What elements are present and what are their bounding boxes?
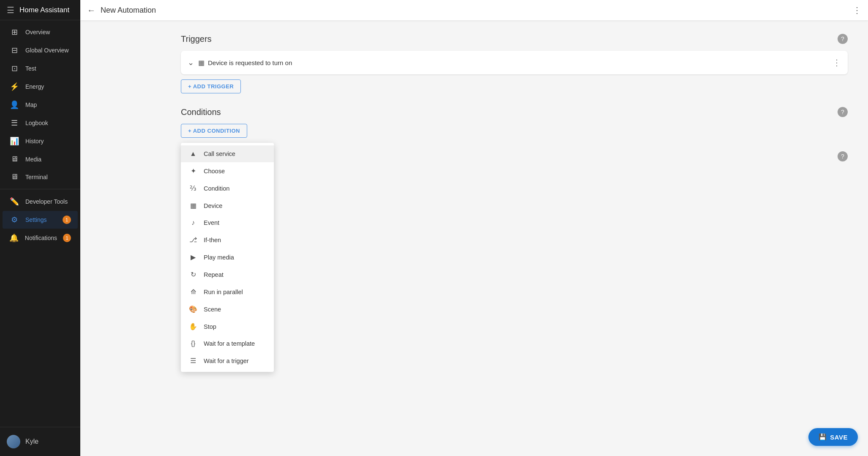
sidebar-item-overview[interactable]: ⊞ Overview [3,23,78,41]
dropdown-label-event: Event [204,219,219,226]
actions-header: Actions ? [181,151,848,161]
actions-help-icon[interactable]: ? [838,151,848,161]
dropdown-item-scene[interactable]: 🎨 Scene [181,300,274,318]
conditions-help-icon[interactable]: ? [838,107,848,117]
sidebar-label-overview: Overview [25,29,50,35]
sidebar-item-energy[interactable]: ⚡ Energy [3,78,78,96]
page-title: New Automation [101,6,853,15]
save-icon: 💾 [819,433,827,441]
back-button[interactable]: ← [87,5,96,15]
sidebar-item-media[interactable]: 🖥 Media [3,150,78,168]
sidebar: ☰ Home Assistant ⊞ Overview ⊟ Global Ove… [0,0,80,456]
dropdown-label-condition: Condition [204,185,229,192]
dropdown-label-choose: Choose [204,168,225,175]
sidebar-bottom: Kyle [0,427,80,456]
dropdown-icon-wait-for-trigger: ☰ [188,357,198,365]
sidebar-icon-developer-tools: ✏️ [9,197,19,206]
dropdown-item-repeat[interactable]: ↻ Repeat [181,266,274,283]
triggers-header: Triggers ? [181,34,848,44]
conditions-title: Conditions [181,107,221,117]
trigger-more-icon[interactable]: ⋮ [833,57,841,68]
dropdown-label-play-media: Play media [204,254,234,261]
sidebar-icon-media: 🖥 [9,155,19,164]
dropdown-icon-device: ▦ [188,202,198,210]
sidebar-item-test[interactable]: ⊡ Test [3,60,78,77]
sidebar-item-history[interactable]: 📊 History [3,132,78,150]
sidebar-icon-notifications: 🔔 [9,233,19,243]
dropdown-item-wait-for-template[interactable]: {} Wait for a template [181,335,274,352]
dropdown-label-if-then: If-then [204,237,221,243]
sidebar-item-global-overview[interactable]: ⊟ Global Overview [3,41,78,59]
dropdown-item-wait-for-trigger[interactable]: ☰ Wait for a trigger [181,352,274,369]
trigger-label: Device is requested to turn on [208,59,833,66]
sidebar-icon-overview: ⊞ [9,27,19,37]
dropdown-label-wait-for-trigger: Wait for a trigger [204,358,249,364]
dropdown-icon-choose: ✦ [188,167,198,175]
dropdown-item-stop[interactable]: ✋ Stop [181,318,274,335]
save-button[interactable]: 💾 SAVE [808,428,858,446]
sidebar-item-logbook[interactable]: ☰ Logbook [3,114,78,132]
dropdown-item-condition[interactable]: ⅔ Condition [181,180,274,197]
sidebar-label-settings: Settings [25,216,47,223]
sidebar-label-media: Media [25,156,41,163]
dropdown-icon-event: ♪ [188,219,198,227]
trigger-type-icon: ▦ [198,59,205,67]
triggers-section: Triggers ? ⌄ ▦ Device is requested to tu… [181,34,848,93]
topbar: ← New Automation ⋮ [80,0,868,20]
sidebar-item-map[interactable]: 👤 Map [3,96,78,114]
dropdown-icon-run-in-parallel: ⟰ [188,288,198,296]
triggers-help-icon[interactable]: ? [838,34,848,44]
sidebar-label-developer-tools: Developer Tools [25,198,68,205]
actions-section: Actions ? [181,151,848,161]
dropdown-item-choose[interactable]: ✦ Choose [181,162,274,180]
dropdown-item-event[interactable]: ♪ Event [181,214,274,231]
sidebar-icon-test: ⊡ [9,64,19,73]
add-trigger-button[interactable]: + ADD TRIGGER [181,79,241,93]
sidebar-icon-history: 📊 [9,137,19,146]
trigger-expand-icon[interactable]: ⌄ [188,58,194,67]
badge-notifications: 1 [63,234,71,242]
sidebar-header: ☰ Home Assistant [0,0,80,20]
dropdown-item-play-media[interactable]: ▶ Play media [181,248,274,266]
dropdown-label-device: Device [204,202,222,209]
conditions-header: Conditions ? [181,107,848,117]
dropdown-icon-stop: ✋ [188,322,198,330]
dropdown-icon-scene: 🎨 [188,305,198,313]
sidebar-label-history: History [25,138,44,145]
triggers-title: Triggers [181,34,212,44]
trigger-card: ⌄ ▦ Device is requested to turn on ⋮ [181,51,848,74]
dropdown-icon-wait-for-template: {} [188,340,198,347]
sidebar-icon-global-overview: ⊟ [9,46,19,55]
dropdown-label-repeat: Repeat [204,271,224,278]
sidebar-item-settings[interactable]: ⚙ Settings 1 [3,211,78,229]
dropdown-icon-repeat: ↻ [188,270,198,279]
main-content: Triggers ? ⌄ ▦ Device is requested to tu… [161,20,868,456]
dropdown-item-call-service[interactable]: ▲ Call service [181,145,274,162]
app-title: Home Assistant [19,6,69,14]
sidebar-label-terminal: Terminal [25,174,48,180]
username: Kyle [25,438,38,445]
sidebar-label-test: Test [25,65,36,72]
menu-icon[interactable]: ☰ [7,5,14,15]
dropdown-label-wait-for-template: Wait for a template [204,340,255,347]
user-profile[interactable]: Kyle [0,431,80,453]
actions-dropdown-menu: ▲ Call service ✦ Choose ⅔ Condition ▦ De… [181,143,274,372]
dropdown-item-if-then[interactable]: ⎇ If-then [181,231,274,248]
sidebar-item-developer-tools[interactable]: ✏️ Developer Tools [3,193,78,210]
sidebar-icon-settings: ⚙ [9,215,19,224]
add-condition-button[interactable]: + ADD CONDITION [181,124,247,138]
dropdown-item-run-in-parallel[interactable]: ⟰ Run in parallel [181,283,274,300]
avatar [7,435,20,448]
more-options-button[interactable]: ⋮ [853,5,861,15]
sidebar-label-notifications: Notifications [25,235,57,241]
dropdown-label-run-in-parallel: Run in parallel [204,289,243,295]
dropdown-label-scene: Scene [204,306,221,313]
sidebar-label-global-overview: Global Overview [25,47,69,54]
sidebar-item-notifications[interactable]: 🔔 Notifications 1 [3,229,78,247]
save-label: SAVE [830,434,848,441]
sidebar-item-terminal[interactable]: 🖥 Terminal [3,168,78,186]
dropdown-item-device[interactable]: ▦ Device [181,197,274,214]
dropdown-icon-if-then: ⎇ [188,236,198,244]
sidebar-icon-terminal: 🖥 [9,172,19,181]
dropdown-icon-call-service: ▲ [188,150,198,158]
